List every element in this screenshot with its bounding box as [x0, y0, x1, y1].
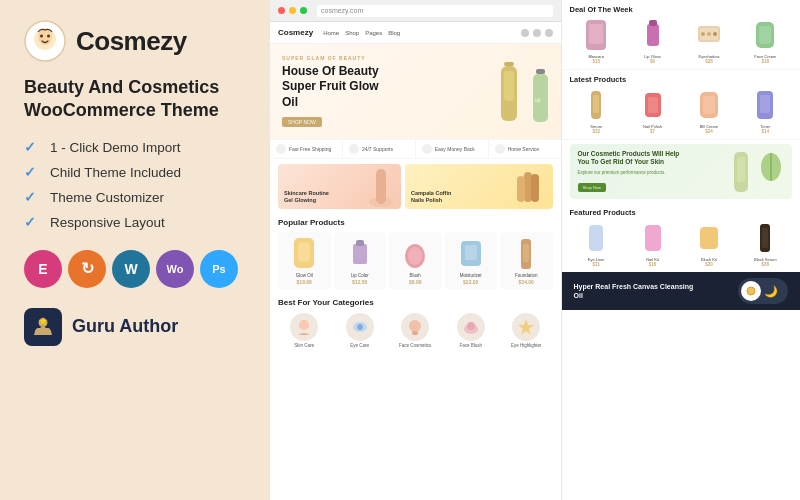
cosm-img-area — [726, 147, 784, 197]
svg-text:oil: oil — [535, 97, 540, 103]
promo-text-1: Skincare RoutineGel Glowing — [284, 190, 329, 204]
svg-point-63 — [747, 287, 755, 295]
tagline: Beauty And Cosmetics WooCommerce Theme — [24, 76, 246, 123]
hero-banner: SUPER GLAM OF BEAUTY House Of Beauty Sup… — [270, 44, 561, 139]
promo-img-1 — [364, 164, 399, 209]
latest-section: Latest Products Serum $32 — [562, 70, 801, 140]
promo-row: Skincare RoutineGel Glowing Campala Coff… — [270, 159, 561, 214]
hero-products: oil — [494, 57, 553, 127]
moneyback-icon — [422, 144, 432, 154]
woocommerce-badge: Wo — [156, 250, 194, 288]
categories-section-label: Best For Your Categories — [270, 294, 561, 309]
feature-item-1: ✓ 1 - Click Demo Import — [24, 139, 246, 157]
update-badge: ↻ — [68, 250, 106, 288]
promo-img-2 — [509, 164, 549, 209]
promo-card-2: Campala CoffinNails Polish — [405, 164, 553, 209]
dot-red — [278, 7, 285, 14]
left-panel: Cosmezy Beauty And Cosmetics WooCommerce… — [0, 0, 270, 500]
check-icon-2: ✓ — [24, 164, 42, 182]
category-circle-5 — [512, 313, 540, 341]
category-circle-4 — [457, 313, 485, 341]
svg-rect-8 — [504, 71, 514, 101]
hero-bottle-1 — [494, 57, 524, 127]
svg-rect-31 — [412, 331, 418, 335]
featured-product-4: Black Serum $38 — [739, 221, 792, 267]
mockup-container: cosmezy.com Cosmezy Home Shop Pages Blog — [270, 0, 800, 500]
svg-point-3 — [40, 35, 43, 38]
feature-item-4: ✓ Responsive Layout — [24, 214, 246, 232]
svg-rect-62 — [762, 228, 768, 248]
category-1: Skin Care — [278, 313, 331, 348]
feature-item-2: ✓ Child Theme Included — [24, 164, 246, 182]
svg-rect-9 — [536, 69, 545, 74]
popular-section-label: Popular Products — [270, 214, 561, 229]
svg-rect-26 — [523, 244, 529, 262]
nav-home: Home — [323, 30, 339, 36]
svg-point-29 — [357, 324, 363, 330]
featured-title: Featured Products — [570, 208, 793, 217]
deal-title: Deal Of The Week — [570, 5, 793, 14]
logo-icon — [24, 20, 66, 62]
search-icon — [521, 29, 529, 37]
product-img-2 — [345, 236, 375, 271]
banner-strip: Fast Free Shipping 24/7 Supports Easy Mo… — [270, 139, 561, 159]
promo-card-1: Skincare RoutineGel Glowing — [278, 164, 401, 209]
category-5: Eye Highlighter — [500, 313, 553, 348]
cosm-product-img — [726, 147, 756, 197]
svg-rect-60 — [700, 227, 718, 249]
deal-section: Deal Of The Week Mascara $15 — [562, 0, 801, 70]
right-panel: cosmezy.com Cosmezy Home Shop Pages Blog — [270, 0, 800, 500]
svg-rect-20 — [356, 240, 364, 246]
popular-products-row: Glow Oil $19.99 Lip Color $12.50 — [270, 229, 561, 294]
deal-product-1: Mascara $15 — [570, 18, 623, 64]
svg-rect-47 — [593, 95, 599, 113]
svg-rect-49 — [648, 97, 658, 113]
dark-mode-toggle[interactable]: 🌙 — [738, 278, 788, 304]
product-img-3 — [400, 236, 430, 271]
latest-product-1: Serum $32 — [570, 88, 623, 134]
tech-icons: E ↻ W Wo Ps — [24, 250, 246, 288]
logo-row: Cosmezy — [24, 20, 246, 62]
popular-product-3: Blush $8.99 — [389, 232, 442, 289]
browser-url: cosmezy.com — [317, 5, 553, 17]
category-4: Face Blush — [445, 313, 498, 348]
nav-blog: Blog — [388, 30, 400, 36]
svg-rect-58 — [589, 225, 603, 251]
shipping-icon — [276, 144, 286, 154]
svg-point-30 — [409, 320, 421, 332]
elementor-badge: E — [24, 250, 62, 288]
hero-bottle-2: oil — [528, 67, 553, 127]
featured-img-4 — [751, 221, 779, 255]
featured-product-1: Eye Liner $11 — [570, 221, 623, 267]
feature-label-1: 1 - Click Demo Import — [50, 140, 181, 155]
check-icon-1: ✓ — [24, 139, 42, 157]
svg-marker-34 — [518, 319, 534, 335]
featured-product-2: Nail Kit $16 — [626, 221, 679, 267]
svg-rect-59 — [645, 225, 661, 251]
svg-rect-53 — [760, 95, 770, 113]
svg-point-27 — [299, 320, 309, 330]
deal-product-4: Face Cream $18 — [739, 18, 792, 64]
home-icon — [495, 144, 505, 154]
banner-feature-1: Fast Free Shipping — [270, 140, 343, 158]
svg-point-4 — [47, 35, 50, 38]
popular-product-2: Lip Color $12.50 — [334, 232, 387, 289]
deal-img-2 — [639, 18, 667, 52]
svg-rect-24 — [465, 245, 477, 260]
user-icon — [533, 29, 541, 37]
site-logo: Cosmezy — [278, 28, 313, 37]
featured-section: Featured Products Eye Liner $11 Nail Kit — [562, 203, 801, 272]
deal-img-3 — [695, 18, 723, 52]
nav-shop: Shop — [345, 30, 359, 36]
cart-icon — [545, 29, 553, 37]
promo-text-2: Campala CoffinNails Polish — [411, 190, 451, 204]
svg-point-33 — [467, 322, 475, 330]
logo-text: Cosmezy — [76, 26, 187, 57]
feature-label-4: Responsive Layout — [50, 215, 165, 230]
svg-rect-55 — [737, 157, 745, 182]
check-icon-4: ✓ — [24, 214, 42, 232]
cosm-title: Our Cosmetic Products Will HelpYou To Ge… — [578, 150, 680, 167]
cosm-cta: Shop Now — [578, 183, 606, 192]
deal-product-3: Eyeshadow $28 — [682, 18, 735, 64]
author-row: Guru Author — [24, 308, 246, 346]
